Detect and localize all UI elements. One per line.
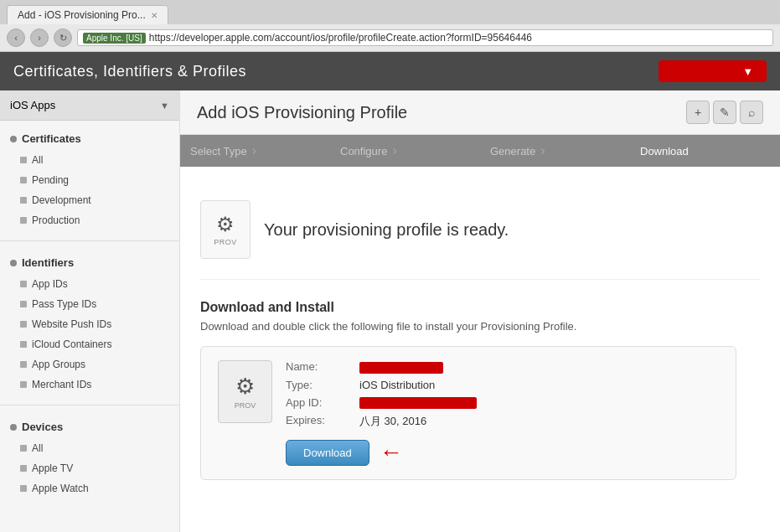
add-button[interactable]: +: [686, 101, 710, 124]
name-value: [359, 360, 443, 374]
sidebar-item-pending[interactable]: Pending: [0, 170, 179, 190]
step-separator: ›: [392, 143, 396, 158]
item-indicator: [20, 341, 27, 348]
sidebar-item-icloud-containers[interactable]: iCloud Containers: [0, 334, 179, 354]
browser-tab[interactable]: Add - iOS Provisioning Pro... ✕: [7, 5, 168, 24]
app-title: Certificates, Identifiers & Profiles: [13, 63, 246, 80]
chevron-down-icon: ▼: [742, 65, 753, 78]
sidebar-item-merchant-ids[interactable]: Merchant IDs: [0, 374, 179, 395]
step-select-type: Select Type ›: [180, 135, 330, 167]
profile-details: Name: Type: iOS Distribution App ID:: [286, 360, 719, 466]
sidebar-divider: [0, 240, 179, 241]
download-button[interactable]: Download: [286, 440, 369, 466]
sidebar-dropdown[interactable]: iOS Apps ▼: [0, 90, 179, 121]
profile-expires-row: Expires: 八月 30, 2016: [286, 414, 719, 429]
sidebar-item-app-groups[interactable]: App Groups: [0, 354, 179, 374]
main-header: Add iOS Provisioning Profile + ✎ ⌕: [180, 90, 780, 135]
sidebar-item-label: Pending: [32, 174, 69, 186]
expires-label: Expires:: [286, 414, 353, 429]
sidebar-section-identifiers: Identifiers App IDs Pass Type IDs Websit…: [0, 245, 179, 401]
sidebar-item-label: iCloud Containers: [32, 338, 111, 350]
sidebar-section-devices: Devices All Apple TV Apple Watch: [0, 409, 179, 505]
edit-button[interactable]: ✎: [713, 101, 736, 124]
sidebar-item-label: All: [32, 442, 43, 454]
address-field[interactable]: Apple Inc. [US] https://developer.apple.…: [77, 29, 773, 46]
tab-bar: Add - iOS Provisioning Pro... ✕: [0, 0, 780, 24]
account-button[interactable]: ▼: [659, 60, 767, 82]
address-bar: ‹ › ↻ Apple Inc. [US] https://developer.…: [0, 24, 780, 51]
section-label: Devices: [22, 421, 63, 433]
item-indicator: [20, 485, 27, 492]
sidebar-item-label: Development: [32, 194, 91, 206]
sidebar-item-label: Merchant IDs: [32, 379, 91, 390]
sidebar-item-production[interactable]: Production: [0, 210, 179, 230]
step-download: Download: [630, 135, 780, 167]
step-configure: Configure ›: [330, 135, 480, 167]
main-content: Add iOS Provisioning Profile + ✎ ⌕ Selec…: [180, 90, 780, 532]
profile-name-row: Name:: [286, 360, 719, 374]
section-label: Certificates: [22, 132, 81, 145]
item-indicator: [20, 217, 27, 224]
main-title: Add iOS Provisioning Profile: [197, 103, 407, 122]
sidebar-item-app-ids[interactable]: App IDs: [0, 274, 179, 294]
prov-icon: ⚙ PROV: [200, 200, 251, 259]
search-button[interactable]: ⌕: [740, 101, 763, 124]
sidebar-item-pass-type-ids[interactable]: Pass Type IDs: [0, 294, 179, 314]
tab-label: Add - iOS Provisioning Pro...: [18, 9, 146, 21]
item-indicator: [20, 281, 27, 287]
app-id-value: [359, 396, 477, 410]
name-label: Name:: [286, 360, 353, 374]
sidebar-item-website-push-ids[interactable]: Website Push IDs: [0, 314, 179, 334]
section-label: Identifiers: [22, 256, 74, 269]
section-indicator: [10, 260, 17, 266]
header-actions: + ✎ ⌕: [686, 101, 763, 124]
back-button[interactable]: ‹: [7, 28, 25, 47]
sidebar-dropdown-label: iOS Apps: [10, 99, 55, 111]
item-indicator: [20, 381, 27, 388]
sidebar-item-label: Website Push IDs: [32, 318, 111, 330]
profile-appid-row: App ID:: [286, 396, 719, 410]
item-indicator: [20, 197, 27, 204]
profile-type-row: Type: iOS Distribution: [286, 379, 719, 391]
gear-icon: ⚙: [216, 213, 235, 236]
step-separator: ›: [540, 143, 545, 158]
app-header: Certificates, Identifiers & Profiles ▼: [0, 52, 780, 90]
sidebar-item-apple-tv[interactable]: Apple TV: [0, 458, 179, 478]
profile-card-icon: ⚙ PROV: [218, 360, 272, 423]
sidebar-item-development[interactable]: Development: [0, 190, 179, 210]
forward-button[interactable]: ›: [30, 28, 49, 47]
step-label: Configure: [340, 145, 387, 158]
app-id-label: App ID:: [286, 396, 353, 410]
item-indicator: [20, 177, 27, 183]
download-install-desc: Download and double click the following …: [200, 320, 760, 333]
sidebar-item-label: Pass Type IDs: [32, 298, 96, 310]
download-install-title: Download and Install: [200, 300, 760, 315]
account-label: [672, 65, 739, 78]
steps-bar: Select Type › Configure › Generate › Dow…: [180, 135, 780, 167]
step-label: Download: [640, 145, 689, 158]
sidebar-item-apple-watch[interactable]: Apple Watch: [0, 478, 179, 498]
sidebar-section-title-identifiers[interactable]: Identifiers: [0, 251, 179, 274]
sidebar-item-all-certs[interactable]: All: [0, 150, 179, 170]
sidebar-item-label: App IDs: [32, 278, 68, 290]
sidebar-item-label: App Groups: [32, 359, 85, 370]
reload-button[interactable]: ↻: [54, 28, 72, 47]
sidebar-item-label: Apple Watch: [32, 483, 89, 494]
search-icon: ⌕: [748, 106, 755, 119]
sidebar-section-title-certificates[interactable]: Certificates: [0, 127, 179, 150]
sidebar-item-all-devices[interactable]: All: [0, 438, 179, 458]
download-btn-row: Download ←: [286, 439, 719, 466]
download-section: Download and Install Download and double…: [200, 300, 760, 480]
expires-value: 八月 30, 2016: [359, 414, 426, 429]
tab-close-icon[interactable]: ✕: [151, 11, 158, 20]
url-text: https://developer.apple.com/account/ios/…: [149, 32, 532, 44]
prov-label: PROV: [214, 238, 237, 246]
sidebar-divider-2: [0, 405, 179, 405]
item-indicator: [20, 321, 27, 328]
step-generate: Generate ›: [480, 135, 630, 167]
prov-label: PROV: [235, 401, 256, 410]
content-area: ⚙ PROV Your provisioning profile is read…: [180, 167, 780, 500]
sidebar-section-title-devices[interactable]: Devices: [0, 416, 179, 438]
browser-chrome: Add - iOS Provisioning Pro... ✕ ‹ › ↻ Ap…: [0, 0, 780, 52]
redacted-appid: [359, 397, 477, 409]
